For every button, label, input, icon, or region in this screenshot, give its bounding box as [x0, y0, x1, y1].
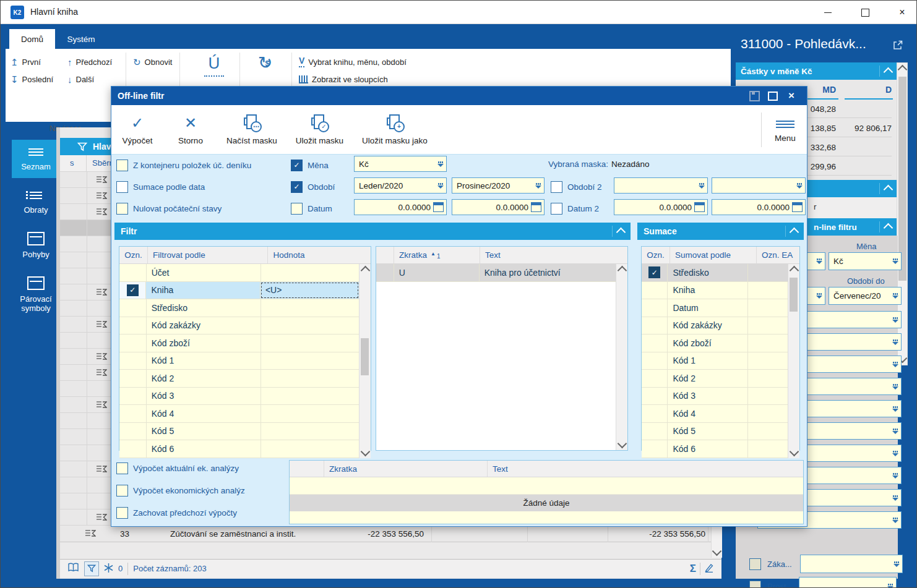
scroll-down-arrow[interactable]: [359, 447, 371, 458]
calendar-icon[interactable]: [531, 202, 541, 212]
ozn-ea-cell[interactable]: [748, 388, 788, 405]
minimize-button[interactable]: [814, 1, 842, 24]
ozn-ea-cell[interactable]: [748, 405, 788, 422]
filter-row[interactable]: Středisko: [119, 299, 359, 317]
ozn-cell[interactable]: [642, 440, 668, 458]
value-cell[interactable]: [261, 352, 359, 370]
edit-pencil-icon[interactable]: [704, 563, 714, 574]
calendar-icon[interactable]: [433, 202, 444, 212]
filter-by-cell[interactable]: Kód 1: [147, 352, 261, 370]
currency-checkbox[interactable]: ✓: [291, 160, 303, 171]
summation-row[interactable]: Kód 5: [642, 423, 788, 441]
sum-by-cell[interactable]: Kód 5: [668, 423, 748, 440]
column-header-d[interactable]: D: [885, 85, 892, 95]
nav-previous-button[interactable]: ↑Předchozí: [67, 55, 112, 69]
filter-by-cell[interactable]: Kód 2: [147, 370, 261, 387]
ozn-ea-cell[interactable]: [748, 334, 788, 352]
collapse-chevron-icon[interactable]: [884, 67, 893, 77]
filter-by-cell[interactable]: Středisko: [147, 299, 261, 317]
column-header-md[interactable]: MD: [822, 85, 836, 95]
date-option[interactable]: Datum: [291, 200, 332, 216]
value-cell[interactable]: [261, 423, 359, 440]
summation-row[interactable]: ✓Středisko: [642, 264, 788, 282]
zkratka-cell[interactable]: U: [394, 264, 480, 281]
grid-bottom-row[interactable]: 33 Zúčtování se zaměstnanci a instit. -2…: [60, 526, 721, 542]
filter-row[interactable]: Kód zakázky: [119, 317, 359, 335]
option-container-journal[interactable]: Z kontejneru položek úč. deníku: [116, 157, 251, 173]
customer-checkbox[interactable]: [749, 558, 761, 570]
value-cell[interactable]: [261, 334, 359, 352]
ozn-cell[interactable]: [642, 317, 668, 334]
accounting-button[interactable]: Ú: [200, 54, 228, 77]
summation-row[interactable]: Kód zboží: [642, 334, 788, 352]
filter-row[interactable]: Kód 6: [119, 440, 359, 458]
scroll-down-arrow[interactable]: [616, 439, 627, 450]
summation-row[interactable]: Kód 2: [642, 370, 788, 388]
sum-by-cell[interactable]: Kód 3: [668, 388, 748, 405]
sum-by-cell[interactable]: Kód 4: [668, 405, 748, 422]
summation-panel-header[interactable]: Sumace: [637, 223, 804, 240]
space-combo[interactable]: [799, 577, 897, 588]
value-cell[interactable]: [261, 405, 359, 422]
summation-row[interactable]: Kód 3: [642, 388, 788, 406]
ozn-ea-cell[interactable]: [748, 423, 788, 440]
period2-from-combo[interactable]: [614, 177, 708, 194]
ozn-cell[interactable]: [119, 440, 147, 458]
analysis-table-header[interactable]: Zkratka Text: [290, 461, 803, 477]
ozn-ea-cell[interactable]: [748, 317, 788, 334]
period2-to-combo[interactable]: [712, 177, 806, 194]
ozn-cell[interactable]: [119, 423, 147, 440]
sum-by-cell[interactable]: Kód 2: [668, 370, 748, 387]
maximize-button[interactable]: [851, 1, 879, 24]
option-economic-analysis[interactable]: Výpočet ekonomických analýz: [116, 482, 245, 498]
summation-row[interactable]: Kód zakázky: [642, 317, 788, 335]
value-cell[interactable]: [261, 440, 359, 458]
value-cell[interactable]: [261, 388, 359, 405]
keep-previous-checkbox[interactable]: [116, 507, 128, 519]
selector-cell[interactable]: [376, 264, 394, 281]
scroll-up-arrow[interactable]: [616, 264, 627, 275]
period2-option[interactable]: Období 2: [551, 179, 602, 195]
filter-panel-header[interactable]: Filtr: [114, 223, 631, 240]
text-cell[interactable]: Kniha pro účetnictví: [480, 264, 616, 281]
ozn-cell[interactable]: [642, 370, 668, 387]
sum-by-cell[interactable]: Kód zakázky: [668, 317, 748, 334]
period-option[interactable]: ✓ Období: [291, 179, 335, 195]
collapse-chevron-icon[interactable]: [884, 223, 893, 233]
nav-first-button[interactable]: ↥První: [11, 55, 41, 69]
column-header-text[interactable]: Text: [488, 461, 803, 477]
currency-option[interactable]: ✓ Měna: [291, 157, 329, 173]
cancel-button[interactable]: ✕ Storno: [173, 109, 208, 151]
ozn-cell[interactable]: [119, 264, 147, 281]
ozn-ea-cell[interactable]: [748, 264, 788, 281]
ozn-cell[interactable]: [119, 388, 147, 405]
dialog-save-layout-button[interactable]: [745, 87, 764, 105]
date2-option[interactable]: Datum 2: [551, 200, 599, 216]
ozn-cell[interactable]: ✓: [119, 282, 146, 299]
sidebar-item-seznam[interactable]: Seznam: [12, 140, 60, 178]
ozn-ea-cell[interactable]: [748, 352, 788, 370]
filter-row[interactable]: Kód 2: [119, 370, 359, 388]
date2-checkbox[interactable]: [551, 203, 562, 215]
column-header-ozn-ea[interactable]: Ozn. EA: [757, 247, 799, 263]
ozn-cell[interactable]: ✓: [642, 264, 668, 281]
sum-by-cell[interactable]: Kód 6: [668, 440, 748, 458]
ozn-cell[interactable]: [642, 352, 668, 370]
customer-combo[interactable]: [800, 555, 903, 573]
period-to-combo[interactable]: Prosinec/2020: [452, 177, 545, 194]
ozn-cell[interactable]: [119, 405, 147, 422]
date-from-field[interactable]: 0.0.0000: [354, 199, 447, 215]
filter-row[interactable]: Kód 1: [119, 352, 359, 370]
currency-refresh-button[interactable]: ↻$: [258, 54, 277, 72]
sidebar-item-obraty[interactable]: Obraty: [12, 183, 60, 221]
column-header-zkratka[interactable]: Zkratka: [324, 461, 488, 477]
close-button[interactable]: ×: [888, 1, 916, 24]
ozn-cell[interactable]: [119, 299, 147, 317]
date-checkbox[interactable]: [291, 203, 303, 215]
space-checkbox[interactable]: [749, 581, 761, 588]
ozn-cell[interactable]: [642, 282, 668, 299]
journal-checkbox[interactable]: [116, 160, 128, 171]
external-link-icon[interactable]: [893, 40, 903, 53]
book-icon[interactable]: [67, 563, 79, 574]
column-header-ozn[interactable]: Ozn.: [642, 247, 670, 263]
